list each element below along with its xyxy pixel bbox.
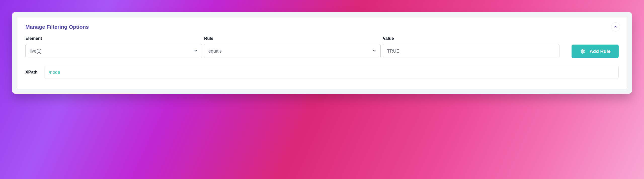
panel-title: Manage Filtering Options <box>25 24 619 30</box>
value-label: Value <box>383 36 559 41</box>
element-select[interactable] <box>25 44 202 58</box>
rule-label: Rule <box>204 36 381 41</box>
element-label: Element <box>25 36 202 41</box>
filter-row: Element Rule Value <box>25 36 619 58</box>
element-select-wrapper <box>25 44 202 58</box>
gears-icon <box>580 49 585 54</box>
rule-select[interactable] <box>204 44 381 58</box>
add-rule-button[interactable]: Add Rule <box>572 45 619 58</box>
xpath-row: XPath <box>25 66 619 79</box>
rule-select-wrapper <box>204 44 381 58</box>
element-field-group: Element <box>25 36 202 58</box>
value-input[interactable] <box>383 44 559 58</box>
filter-panel-inner: Manage Filtering Options Element Rule <box>17 17 627 89</box>
xpath-input[interactable] <box>45 66 619 79</box>
value-field-group: Value <box>383 36 559 58</box>
collapse-button[interactable] <box>611 22 620 31</box>
xpath-label: XPath <box>25 70 38 75</box>
chevron-up-icon <box>614 25 618 29</box>
add-rule-label: Add Rule <box>590 49 611 54</box>
rule-field-group: Rule <box>204 36 381 58</box>
filter-panel-card: Manage Filtering Options Element Rule <box>12 12 632 94</box>
